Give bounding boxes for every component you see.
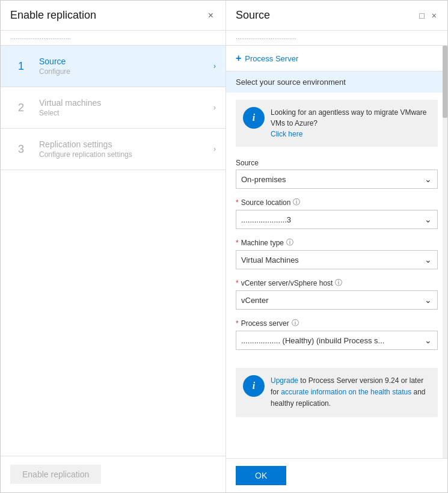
source-location-info-icon[interactable]: ⓘ bbox=[293, 197, 300, 207]
left-header: Enable replication × bbox=[1, 1, 226, 31]
source-label: Source bbox=[236, 159, 438, 167]
right-subtitle: ................................. bbox=[226, 31, 447, 46]
source-field: Source On-premises bbox=[236, 159, 438, 189]
step-3-number: 3 bbox=[10, 138, 32, 160]
right-close-button[interactable]: × bbox=[431, 10, 438, 22]
process-server-field: * Process server ⓘ .................. (H… bbox=[236, 318, 438, 350]
upgrade-banner: i Upgrade to Process Server version 9.24… bbox=[236, 368, 438, 417]
click-here-link[interactable]: Click here bbox=[271, 130, 302, 138]
source-select-wrapper: On-premises bbox=[236, 170, 438, 189]
step-1-subtitle: Configure bbox=[39, 67, 213, 76]
step-2[interactable]: 2 Virtual machines Select › bbox=[1, 87, 226, 129]
machine-type-required: * bbox=[236, 239, 239, 247]
machine-type-select[interactable]: Virtual Machines bbox=[236, 250, 438, 269]
step-3-chevron-icon: › bbox=[213, 145, 216, 153]
left-subtitle: ................................. bbox=[1, 31, 226, 46]
vcenter-select[interactable]: vCenter bbox=[236, 290, 438, 310]
source-location-select-wrapper: .....................3 bbox=[236, 210, 438, 229]
steps-list: 1 Source Configure › 2 Virtual machines … bbox=[1, 46, 226, 456]
left-close-button[interactable]: × bbox=[206, 10, 216, 22]
right-header: Source □ × bbox=[226, 1, 447, 31]
upgrade-info-icon: i bbox=[243, 375, 265, 397]
add-process-server-button[interactable]: + Process Server bbox=[226, 46, 447, 72]
step-3-title: Replication settings bbox=[39, 139, 213, 149]
source-select[interactable]: On-premises bbox=[236, 170, 438, 189]
health-status-link[interactable]: accurate information on the health statu… bbox=[281, 388, 411, 396]
source-location-select[interactable]: .....................3 bbox=[236, 210, 438, 229]
enable-replication-button[interactable]: Enable replication bbox=[10, 465, 101, 484]
right-header-icons: □ × bbox=[418, 10, 438, 22]
machine-type-select-wrapper: Virtual Machines bbox=[236, 250, 438, 269]
right-panel: Source □ × .............................… bbox=[226, 1, 447, 492]
machine-type-info-icon[interactable]: ⓘ bbox=[286, 237, 293, 248]
scrollbar-track[interactable] bbox=[443, 46, 447, 458]
left-footer: Enable replication bbox=[1, 456, 226, 492]
step-2-chevron-icon: › bbox=[213, 103, 216, 112]
vcenter-select-wrapper: vCenter bbox=[236, 290, 438, 310]
step-3-subtitle: Configure replication settings bbox=[39, 150, 213, 159]
step-1-number: 1 bbox=[10, 55, 32, 77]
info-banner-message: Looking for an agentless way to migrate … bbox=[271, 108, 426, 127]
right-footer: OK bbox=[226, 458, 447, 492]
machine-type-label: * Machine type ⓘ bbox=[236, 237, 438, 248]
process-server-field-label: * Process server ⓘ bbox=[236, 318, 438, 328]
step-1-chevron-icon: › bbox=[213, 62, 216, 70]
right-panel-title: Source bbox=[236, 9, 270, 22]
source-location-field: * Source location ⓘ ....................… bbox=[236, 197, 438, 229]
vcenter-info-icon[interactable]: ⓘ bbox=[335, 278, 342, 288]
vcenter-required: * bbox=[236, 279, 239, 287]
upgrade-link[interactable]: Upgrade bbox=[271, 376, 298, 385]
info-banner: i Looking for an agentless way to migrat… bbox=[236, 100, 438, 147]
source-location-label: * Source location ⓘ bbox=[236, 197, 438, 207]
vcenter-label: * vCenter server/vSphere host ⓘ bbox=[236, 278, 438, 288]
source-location-required: * bbox=[236, 198, 239, 207]
step-3-text: Replication settings Configure replicati… bbox=[39, 139, 213, 159]
process-server-required: * bbox=[236, 319, 239, 328]
process-server-select-wrapper: .................. (Healthy) (inbuild Pr… bbox=[236, 331, 438, 350]
scrollbar-thumb[interactable] bbox=[443, 46, 447, 118]
upgrade-banner-text: Upgrade to Process Server version 9.24 o… bbox=[271, 375, 431, 410]
ok-button[interactable]: OK bbox=[236, 466, 286, 485]
plus-icon: + bbox=[236, 53, 241, 64]
right-body: + Process Server Select your source envi… bbox=[226, 46, 447, 458]
maximize-button[interactable]: □ bbox=[418, 10, 425, 22]
machine-type-field: * Machine type ⓘ Virtual Machines bbox=[236, 237, 438, 269]
section-header: Select your source environment bbox=[226, 72, 447, 93]
process-server-info-icon[interactable]: ⓘ bbox=[292, 318, 299, 328]
info-icon: i bbox=[243, 107, 265, 129]
step-2-title: Virtual machines bbox=[39, 98, 213, 108]
form-section: Source On-premises * Source location ⓘ bbox=[226, 154, 447, 363]
step-2-subtitle: Select bbox=[39, 109, 213, 117]
info-banner-text: Looking for an agentless way to migrate … bbox=[271, 107, 431, 139]
left-panel: Enable replication × ...................… bbox=[1, 1, 226, 492]
process-server-select[interactable]: .................. (Healthy) (inbuild Pr… bbox=[236, 331, 438, 350]
step-2-text: Virtual machines Select bbox=[39, 98, 213, 117]
step-2-number: 2 bbox=[10, 97, 32, 118]
vcenter-field: * vCenter server/vSphere host ⓘ vCenter bbox=[236, 278, 438, 310]
step-3[interactable]: 3 Replication settings Configure replica… bbox=[1, 129, 226, 170]
process-server-label: Process Server bbox=[245, 54, 298, 63]
step-1-text: Source Configure bbox=[39, 57, 213, 76]
step-1[interactable]: 1 Source Configure › bbox=[1, 46, 226, 87]
left-panel-title: Enable replication bbox=[10, 9, 96, 22]
step-1-title: Source bbox=[39, 57, 213, 66]
